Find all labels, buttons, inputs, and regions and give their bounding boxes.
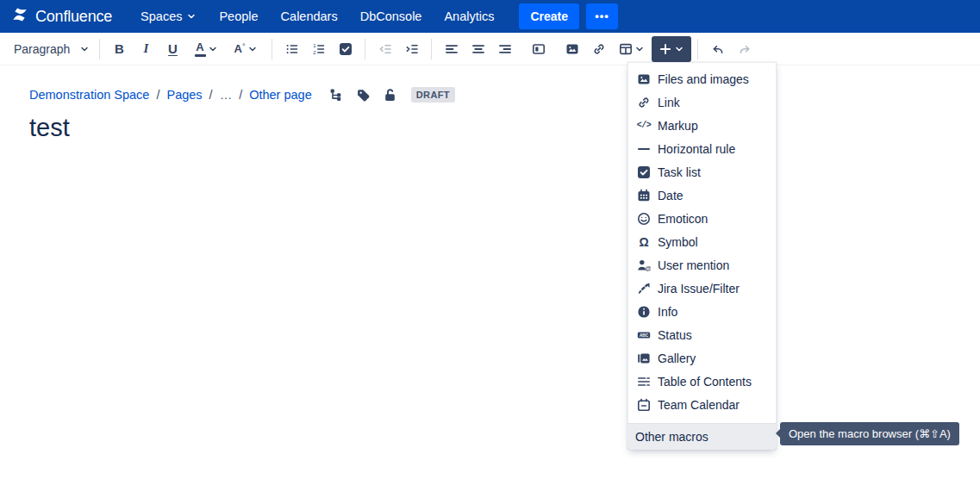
svg-text:2: 2	[313, 50, 316, 55]
menu-item-files-and-images[interactable]: Files and images	[628, 67, 776, 90]
insert-dropdown-menu: Files and imagesLink</>MarkupHorizontal …	[627, 62, 777, 450]
task-icon	[339, 42, 353, 56]
image-icon	[565, 42, 579, 56]
menu-item-other-macros[interactable]: Other macros	[628, 423, 776, 449]
insert-image-button[interactable]	[559, 35, 585, 63]
menu-item-date[interactable]: Date	[628, 184, 776, 207]
menu-item-symbol[interactable]: ΩSymbol	[628, 230, 776, 253]
menu-item-task-list[interactable]: Task list	[628, 160, 776, 184]
redo-icon	[738, 42, 752, 56]
info-icon	[637, 305, 651, 319]
nav-item-analytics[interactable]: Analytics	[433, 0, 505, 33]
formatting-button[interactable]: A°	[226, 35, 265, 63]
svg-text:ABC: ABC	[640, 333, 649, 337]
link-icon	[637, 96, 651, 109]
menu-item-label: Info	[658, 305, 677, 319]
underline-icon: U	[168, 42, 178, 55]
text-color-button[interactable]: A	[186, 35, 226, 63]
numbered-list-icon: 12	[312, 42, 326, 56]
menu-item-team-calendar[interactable]: Team Calendar	[628, 393, 776, 416]
page-title[interactable]: test	[29, 114, 70, 142]
chevron-down-icon	[186, 11, 197, 22]
confluence-logo[interactable]: Confluence	[10, 5, 112, 28]
unlock-icon[interactable]	[383, 88, 397, 103]
nav-item-label: DbConsole	[360, 9, 422, 23]
insert-table-button[interactable]	[612, 35, 652, 63]
toc-icon	[637, 375, 651, 389]
menu-item-label: Jira Issue/Filter	[658, 282, 740, 295]
menu-item-info[interactable]: Info	[628, 300, 776, 323]
menu-item-label: User mention	[658, 258, 729, 272]
menu-item-user-mention[interactable]: @User mention	[628, 253, 776, 277]
nav-more-button[interactable]: •••	[586, 3, 618, 29]
nav-item-spaces[interactable]: Spaces	[129, 0, 208, 33]
menu-item-horizontal-rule[interactable]: Horizontal rule	[628, 137, 776, 160]
breadcrumb-item-other-page[interactable]: Other page	[249, 88, 312, 102]
status-icon: ABC	[637, 328, 651, 342]
draft-badge: DRAFT	[411, 87, 455, 103]
nav-item-label: People	[219, 9, 258, 23]
menu-item-markup[interactable]: </>Markup	[628, 114, 776, 137]
table-icon	[619, 42, 633, 56]
tooltip-text: Open the macro browser (⌘⇧A)	[789, 427, 951, 440]
menu-item-link[interactable]: Link	[628, 90, 776, 114]
confluence-logo-icon	[10, 5, 29, 28]
menu-item-label: Status	[658, 328, 692, 342]
menu-item-label: Table of Contents	[658, 375, 752, 389]
task-list-button[interactable]	[332, 35, 359, 63]
labels-icon[interactable]	[356, 88, 371, 103]
bold-button[interactable]: B	[106, 35, 133, 63]
tooltip-arrow	[776, 429, 780, 438]
menu-item-label: Link	[658, 96, 680, 109]
page-layout-button[interactable]	[525, 35, 552, 63]
chevron-down-icon	[247, 44, 258, 54]
menu-item-status[interactable]: ABCStatus	[628, 323, 776, 346]
breadcrumb-separator: /	[239, 88, 242, 102]
paragraph-style-select[interactable]: Paragraph	[10, 36, 93, 62]
page-tree-icon[interactable]	[329, 88, 344, 103]
symbol-icon: Ω	[637, 235, 651, 249]
chevron-down-icon	[79, 44, 90, 54]
underline-button[interactable]: U	[159, 35, 186, 63]
nav-item-label: Calendars	[281, 9, 338, 23]
svg-text:@: @	[645, 264, 651, 272]
menu-item-table-of-contents[interactable]: Table of Contents	[628, 370, 776, 393]
menu-item-label: Horizontal rule	[658, 142, 735, 156]
italic-button[interactable]: I	[133, 35, 159, 63]
undo-button[interactable]	[704, 35, 731, 63]
chevron-down-icon	[674, 44, 684, 54]
outdent-icon	[378, 42, 392, 56]
menu-item-jira-issue-filter[interactable]: Jira Issue/Filter	[628, 277, 776, 300]
layout-icon	[532, 42, 546, 56]
nav-item-dbconsole[interactable]: DbConsole	[349, 0, 434, 33]
insert-more-button[interactable]	[652, 36, 691, 62]
breadcrumb-item-pages[interactable]: Pages	[166, 88, 202, 102]
image-icon	[637, 72, 651, 86]
primary-nav: SpacesPeopleCalendarsDbConsoleAnalytics	[129, 0, 505, 33]
nav-item-calendars[interactable]: Calendars	[270, 0, 349, 33]
menu-item-emoticon[interactable]: Emoticon	[628, 207, 776, 230]
align-right-button[interactable]	[491, 35, 518, 63]
numbered-list-button[interactable]: 12	[305, 35, 332, 63]
create-button[interactable]: Create	[519, 3, 579, 29]
nav-item-people[interactable]: People	[208, 0, 269, 33]
jira-icon	[637, 282, 651, 295]
menu-item-label: Files and images	[658, 72, 749, 86]
indent-button[interactable]	[398, 35, 425, 63]
insert-link-button[interactable]	[585, 35, 612, 63]
paragraph-style-label: Paragraph	[14, 42, 70, 56]
align-center-button[interactable]	[465, 35, 491, 63]
editor-toolbar: ParagraphBIUAA°12	[0, 33, 980, 65]
menu-item-gallery[interactable]: Gallery	[628, 346, 776, 370]
align-left-button[interactable]	[438, 35, 465, 63]
italic-icon: I	[144, 42, 149, 55]
breadcrumb-item-demonstration-space[interactable]: Demonstration Space	[29, 88, 149, 102]
outdent-button	[371, 35, 398, 63]
task-icon	[637, 165, 651, 179]
bullet-list-icon	[285, 42, 299, 56]
nav-item-label: Spaces	[140, 9, 182, 23]
menu-item-label: Task list	[658, 165, 701, 179]
bullet-list-button[interactable]	[278, 35, 305, 63]
mention-icon: @	[637, 258, 651, 272]
redo-button	[731, 35, 758, 63]
